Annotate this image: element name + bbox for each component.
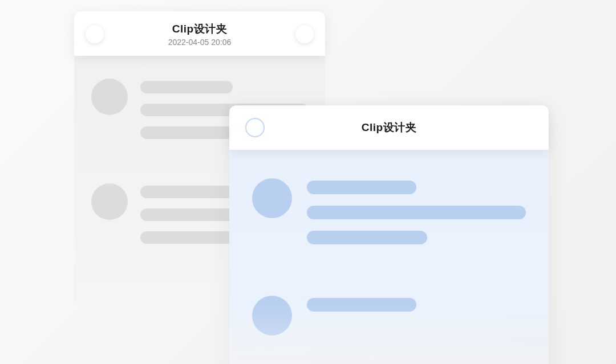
card-timestamp: 2022-04-05 20:06 <box>104 38 295 47</box>
card-body-front <box>229 150 549 364</box>
dot-indicator-left <box>86 25 104 43</box>
card-header-text: Clip设计夹 2022-04-05 20:06 <box>104 22 295 47</box>
text-placeholder-line <box>140 81 233 93</box>
text-placeholder-group <box>307 178 526 256</box>
radio-indicator[interactable] <box>245 118 265 137</box>
avatar-placeholder <box>91 79 128 115</box>
avatar-placeholder <box>252 178 292 218</box>
text-placeholder-group <box>307 296 526 323</box>
text-placeholder-line <box>140 231 233 244</box>
text-placeholder-line <box>140 126 233 139</box>
text-placeholder-line <box>307 181 416 194</box>
text-placeholder-line <box>307 298 416 312</box>
text-placeholder-line <box>307 206 526 219</box>
card-title-front: Clip设计夹 <box>265 120 513 135</box>
text-placeholder-line <box>307 231 427 244</box>
avatar-placeholder <box>91 183 128 220</box>
list-item <box>252 296 526 336</box>
dot-indicator-right <box>295 25 314 43</box>
text-placeholder-line <box>140 186 233 198</box>
card-header-front: Clip设计夹 <box>229 105 549 150</box>
card-selected[interactable]: Clip设计夹 <box>229 105 549 364</box>
card-header-back: Clip设计夹 2022-04-05 20:06 <box>74 11 325 56</box>
card-title-back: Clip设计夹 <box>104 22 295 36</box>
list-item <box>252 178 526 256</box>
avatar-placeholder <box>252 296 292 336</box>
